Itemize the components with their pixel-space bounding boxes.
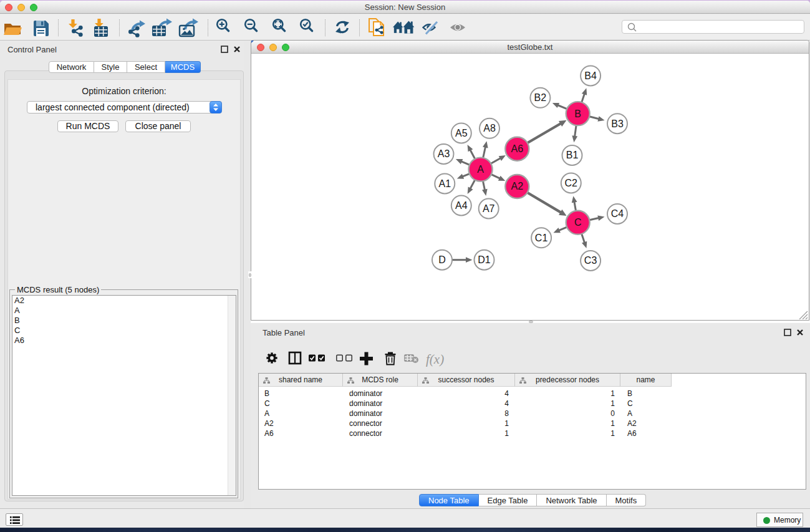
svg-text:A1: A1 (439, 178, 451, 189)
svg-text:B4: B4 (584, 70, 597, 81)
svg-text:B: B (574, 109, 581, 119)
svg-text:A8: A8 (483, 123, 496, 133)
svg-text:C2: C2 (565, 178, 578, 188)
svg-text:A7: A7 (483, 203, 495, 214)
svg-text:C4: C4 (611, 208, 624, 219)
svg-text:A2: A2 (511, 181, 524, 191)
svg-text:C: C (574, 217, 582, 228)
svg-text:A6: A6 (511, 143, 524, 154)
svg-text:C1: C1 (535, 233, 548, 243)
svg-text:D: D (438, 254, 446, 265)
svg-text:A5: A5 (455, 128, 468, 138)
svg-text:B1: B1 (566, 150, 579, 160)
svg-text:B2: B2 (534, 92, 547, 103)
svg-text:A: A (477, 164, 484, 175)
svg-text:B3: B3 (611, 118, 624, 129)
svg-text:f(x): f(x) (426, 352, 444, 367)
svg-text:A4: A4 (455, 200, 468, 211)
svg-text:A3: A3 (438, 148, 450, 159)
svg-text:D1: D1 (478, 254, 491, 265)
svg-text:C3: C3 (584, 255, 597, 266)
